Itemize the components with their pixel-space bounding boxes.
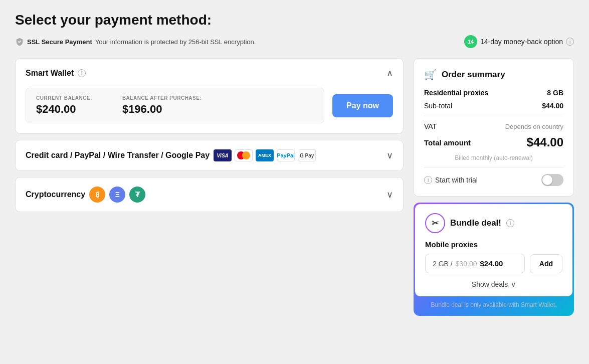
wallet-balance-card: CURRENT BALANCE: $240.00 BALANCE AFTER P… xyxy=(26,88,324,123)
product-label: Residential proxies xyxy=(424,89,488,97)
total-row: Total amount $44.00 xyxy=(424,135,563,149)
cart-icon: 🛒 xyxy=(424,69,437,81)
order-summary-card: 🛒 Order summary Residential proxies 8 GB… xyxy=(414,58,574,197)
crypto-header[interactable]: Cryptocurrency ₿ Ξ ₮ ∨ xyxy=(16,177,403,212)
vat-label: VAT xyxy=(424,122,437,130)
bundle-deal-inner: ✂ Bundle deal! i Mobile proxies 2 GB / $… xyxy=(415,204,572,296)
trial-label-group: i Start with trial xyxy=(424,176,478,184)
order-summary-label: Order summary xyxy=(442,70,505,80)
smart-wallet-body: CURRENT BALANCE: $240.00 BALANCE AFTER P… xyxy=(16,88,403,133)
offer-new-price: $24.00 xyxy=(480,259,503,268)
pay-now-button[interactable]: Pay now xyxy=(332,94,393,117)
money-back-badge: 14 xyxy=(464,35,477,48)
ssl-info: SSL Secure Payment Your information is p… xyxy=(15,37,256,46)
credit-card-section: Credit card / PayPal / Wire Transfer / G… xyxy=(15,140,404,171)
visa-icon: VISA xyxy=(214,149,232,161)
credit-card-title: Credit card / PayPal / Wire Transfer / G… xyxy=(26,149,316,161)
toggle-thumb xyxy=(542,175,552,185)
vat-note: Depends on country xyxy=(505,123,563,130)
money-back-text: 14-day money-back option xyxy=(480,38,563,46)
smart-wallet-header[interactable]: Smart Wallet i ∧ xyxy=(16,59,403,88)
usdt-icon: ₮ xyxy=(129,187,145,203)
subtotal-label: Sub-total xyxy=(424,102,452,110)
right-panel: 🛒 Order summary Residential proxies 8 GB… xyxy=(414,58,574,316)
balance-after-item: BALANCE AFTER PURCHASE: $196.00 xyxy=(122,95,202,116)
bundle-header: ✂ Bundle deal! i xyxy=(425,213,562,233)
show-deals-text: Show deals xyxy=(472,280,508,288)
offer-old-price: $30.00 xyxy=(456,260,477,268)
crypto-title: Cryptocurrency ₿ Ξ ₮ xyxy=(26,187,145,203)
bitcoin-icon: ₿ xyxy=(89,187,105,203)
subtotal-value: $44.00 xyxy=(542,102,563,110)
shield-icon xyxy=(15,37,24,46)
product-amount: 8 GB xyxy=(547,89,563,97)
show-deals-chevron-down-icon: ∨ xyxy=(511,280,516,288)
ethereum-icon: Ξ xyxy=(109,187,125,203)
smart-wallet-info-icon[interactable]: i xyxy=(78,69,86,77)
current-balance-label: CURRENT BALANCE: xyxy=(36,95,92,101)
mastercard-icon xyxy=(235,149,253,161)
order-divider xyxy=(424,116,563,116)
left-panel: Smart Wallet i ∧ CURRENT BALANCE: $240.0… xyxy=(15,58,404,212)
main-layout: Smart Wallet i ∧ CURRENT BALANCE: $240.0… xyxy=(15,58,574,316)
crypto-section: Cryptocurrency ₿ Ξ ₮ ∨ xyxy=(15,177,404,212)
smart-wallet-chevron-up-icon: ∧ xyxy=(386,68,393,79)
show-deals-row[interactable]: Show deals ∨ xyxy=(425,280,562,288)
paypal-icon: PayPal xyxy=(277,149,295,161)
smart-wallet-label: Smart Wallet xyxy=(26,69,74,78)
trial-text: Start with trial xyxy=(435,176,478,184)
vat-row: VAT Depends on country xyxy=(424,122,563,130)
subtotal-row: Sub-total $44.00 xyxy=(424,102,563,110)
bundle-offer-input: 2 GB / $30.00 $24.00 xyxy=(425,254,525,273)
bundle-footer-note: Bundle deal is only available with Smart… xyxy=(415,301,572,314)
payment-icons: VISA AMEX PayPal G Pay xyxy=(214,149,316,161)
security-bar: SSL Secure Payment Your information is p… xyxy=(15,35,574,48)
bundle-deal-title: Bundle deal! xyxy=(450,218,501,228)
trial-divider xyxy=(424,167,563,168)
bundle-offer-row: 2 GB / $30.00 $24.00 Add xyxy=(425,254,562,273)
current-balance-value: $240.00 xyxy=(36,103,76,115)
total-value: $44.00 xyxy=(527,135,563,149)
balance-after-value: $196.00 xyxy=(122,103,162,115)
product-row: Residential proxies 8 GB xyxy=(424,89,563,97)
credit-card-label: Credit card / PayPal / Wire Transfer / G… xyxy=(26,151,210,160)
smart-wallet-title: Smart Wallet i xyxy=(26,69,86,78)
ssl-label: SSL Secure Payment xyxy=(27,38,92,46)
credit-card-header[interactable]: Credit card / PayPal / Wire Transfer / G… xyxy=(16,140,403,170)
amex-icon: AMEX xyxy=(256,149,274,161)
smart-wallet-section: Smart Wallet i ∧ CURRENT BALANCE: $240.0… xyxy=(15,58,404,134)
balance-after-label: BALANCE AFTER PURCHASE: xyxy=(122,95,202,101)
total-label: Total amount xyxy=(424,138,471,147)
trial-row: i Start with trial xyxy=(424,174,563,186)
add-bundle-button[interactable]: Add xyxy=(530,254,562,273)
order-summary-title: 🛒 Order summary xyxy=(424,69,563,81)
current-balance-item: CURRENT BALANCE: $240.00 xyxy=(36,95,92,116)
bundle-deal-info-icon[interactable]: i xyxy=(506,219,514,227)
crypto-icons: ₿ Ξ ₮ xyxy=(89,187,145,203)
offer-gb: 2 GB / xyxy=(433,260,453,268)
money-back-info: 14 14-day money-back option i xyxy=(464,35,574,48)
crypto-chevron-down-icon: ∨ xyxy=(386,189,393,200)
gpay-icon: G Pay xyxy=(298,149,316,161)
bundle-deal-card: ✂ Bundle deal! i Mobile proxies 2 GB / $… xyxy=(414,203,574,316)
credit-card-chevron-down-icon: ∨ xyxy=(386,150,393,161)
page-title: Select your payment method: xyxy=(15,12,574,28)
ssl-desc: Your information is protected by 256-bit… xyxy=(95,38,256,46)
mobile-proxies-label: Mobile proxies xyxy=(425,240,562,249)
trial-toggle[interactable] xyxy=(541,174,563,186)
bundle-deal-icon: ✂ xyxy=(425,213,445,233)
crypto-label: Cryptocurrency xyxy=(26,190,85,199)
money-back-info-icon[interactable]: i xyxy=(566,38,574,46)
trial-info-icon[interactable]: i xyxy=(424,176,432,184)
billed-note: Billed monthly (auto-renewal) xyxy=(424,154,563,161)
